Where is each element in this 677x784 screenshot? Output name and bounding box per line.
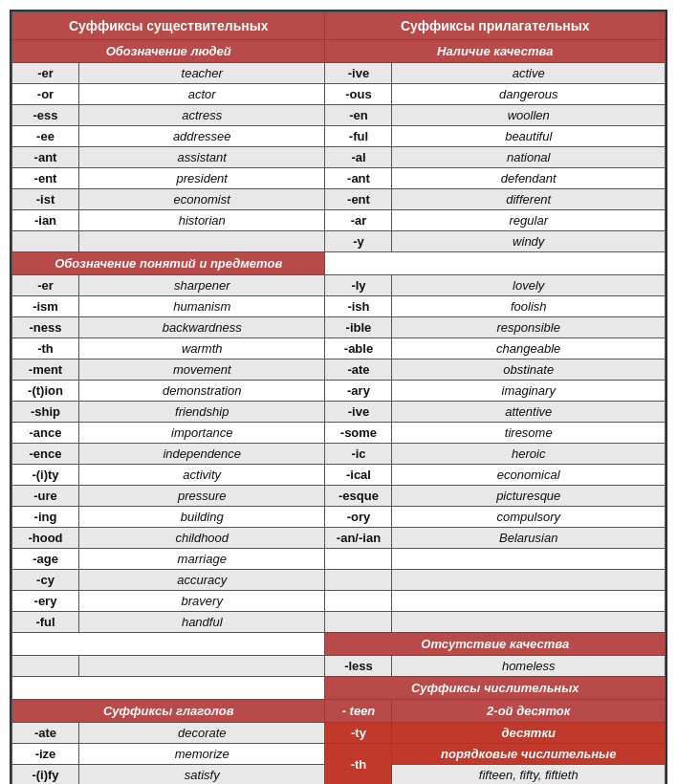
- noun-example: marriage: [79, 549, 325, 570]
- noun-suffix: -ness: [12, 317, 79, 338]
- noun-suffix: -age: [12, 549, 79, 570]
- noun-example: backwardness: [79, 317, 325, 338]
- table-row: -(i)tyactivity-icaleconomical: [12, 465, 666, 486]
- table-row: -urepressure-esquepicturesque: [12, 486, 666, 507]
- adj-example: foolish: [392, 296, 666, 317]
- adj-suffix: -ent: [325, 189, 392, 210]
- noun-suffix: -hood: [12, 528, 79, 549]
- noun-suffix: -ery: [12, 591, 79, 612]
- noun-example: friendship: [79, 402, 325, 423]
- adj-suffix: -less: [325, 656, 392, 677]
- table-row: -lesshomeless: [12, 656, 666, 677]
- adj-example: windy: [392, 231, 666, 252]
- table-row: -anceimportance-sometiresome: [12, 423, 666, 444]
- adj-example: woollen: [392, 105, 666, 126]
- section-header-adj-absence: Отсутствие качества: [325, 633, 666, 656]
- table-row: -entpresident-antdefendant: [12, 168, 666, 189]
- noun-example: assistant: [79, 147, 325, 168]
- adj-suffix: -en: [325, 105, 392, 126]
- adj-example: Belarusian: [392, 528, 666, 549]
- table-row: -enceindependence-icheroic: [12, 444, 666, 465]
- adj-example: [392, 570, 666, 591]
- adj-suffix: -ish: [325, 296, 392, 317]
- adj-suffix: -ful: [325, 126, 392, 147]
- adj-example: national: [392, 147, 666, 168]
- adj-suffix: -ive: [325, 63, 392, 84]
- noun-example: warmth: [79, 338, 325, 359]
- noun-example: pressure: [79, 486, 325, 507]
- suffixes-table: Суффиксы существительных Суффиксы прилаг…: [11, 11, 666, 784]
- noun-example: [79, 231, 325, 252]
- adj-suffix: -al: [325, 147, 392, 168]
- noun-suffix: -cy: [12, 570, 79, 591]
- table-row: -atedecorate-tyдесятки: [12, 723, 666, 744]
- adj-example: responsible: [392, 317, 666, 338]
- header-adjectives: Суффиксы прилагательных: [325, 12, 666, 40]
- table-row: -agemarriage: [12, 549, 666, 570]
- noun-example: independence: [79, 444, 325, 465]
- table-row: -(t)iondemonstration-aryimaginary: [12, 381, 666, 402]
- noun-example: actor: [79, 84, 325, 105]
- noun-example: building: [79, 507, 325, 528]
- table-row: -isteconomist-entdifferent: [12, 189, 666, 210]
- noun-suffix: -ure: [12, 486, 79, 507]
- noun-example: sharpener: [79, 275, 325, 296]
- adj-example: lovely: [392, 275, 666, 296]
- table-row: -erteacher-iveactive: [12, 63, 666, 84]
- adj-example: defendant: [392, 168, 666, 189]
- adj-suffix: [325, 591, 392, 612]
- noun-example: bravery: [79, 591, 325, 612]
- adj-suffix: -some: [325, 423, 392, 444]
- noun-suffix: -er: [12, 275, 79, 296]
- adj-suffix: -ary: [325, 381, 392, 402]
- noun-suffix: -ing: [12, 507, 79, 528]
- table-row: -antassistant-alnational: [12, 147, 666, 168]
- noun-example: [79, 656, 325, 677]
- adj-example: compulsory: [392, 507, 666, 528]
- adj-suffix: [325, 612, 392, 633]
- noun-suffix: -ist: [12, 189, 79, 210]
- table-row: -eeaddressee-fulbeautiful: [12, 126, 666, 147]
- table-row: -ersharpener-lylovely: [12, 275, 666, 296]
- table-row: -cyaccuracy: [12, 570, 666, 591]
- adj-example: regular: [392, 210, 666, 231]
- noun-suffix: -ism: [12, 296, 79, 317]
- adj-example: beautiful: [392, 126, 666, 147]
- section-header-noun-objects: Обозначение понятий и предметов: [12, 252, 325, 275]
- noun-suffix: [12, 656, 79, 677]
- noun-example: addressee: [79, 126, 325, 147]
- adj-suffix: -an/-ian: [325, 528, 392, 549]
- table-row: -oractor-ousdangerous: [12, 84, 666, 105]
- noun-example: historian: [79, 210, 325, 231]
- adj-suffix: [325, 549, 392, 570]
- adj-suffix: -ly: [325, 275, 392, 296]
- table-row: -erybravery: [12, 591, 666, 612]
- adj-suffix: -ible: [325, 317, 392, 338]
- noun-suffix: -ence: [12, 444, 79, 465]
- adj-example: tiresome: [392, 423, 666, 444]
- noun-suffix: -th: [12, 338, 79, 359]
- adj-suffix: -ory: [325, 507, 392, 528]
- table-row: -nessbackwardness-ibleresponsible: [12, 317, 666, 338]
- table-row: -hoodchildhood-an/-ianBelarusian: [12, 528, 666, 549]
- noun-example: actress: [79, 105, 325, 126]
- section-header-row: Обозначение людейНаличие качества: [12, 40, 666, 63]
- table-row: -shipfriendship-iveattentive: [12, 402, 666, 423]
- noun-example: humanism: [79, 296, 325, 317]
- header-nouns: Суффиксы существительных: [12, 12, 325, 40]
- noun-example: accuracy: [79, 570, 325, 591]
- section-header-numeral: Суффиксы числительных: [325, 677, 666, 700]
- adj-example: dangerous: [392, 84, 666, 105]
- adj-example: imaginary: [392, 381, 666, 402]
- noun-example: childhood: [79, 528, 325, 549]
- noun-example: demonstration: [79, 381, 325, 402]
- table-row: -izememorize-thпорядковые числительные: [12, 744, 666, 765]
- adj-example: obstinate: [392, 359, 666, 381]
- section-header-row: Суффиксы глаголов- teen2-ой десяток: [12, 700, 666, 723]
- table-row: -thwarmth-ablechangeable: [12, 338, 666, 359]
- noun-suffix: -(i)ty: [12, 465, 79, 486]
- adj-example: heroic: [392, 444, 666, 465]
- table-row: -fulhandful: [12, 612, 666, 633]
- adj-example: attentive: [392, 402, 666, 423]
- noun-suffix: -ent: [12, 168, 79, 189]
